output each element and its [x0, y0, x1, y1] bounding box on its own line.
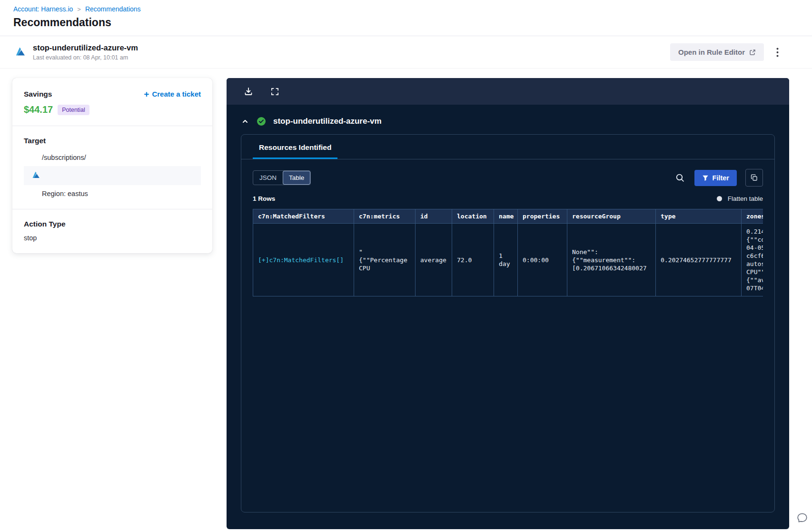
external-link-icon — [749, 49, 756, 56]
cell-name: 1 day — [494, 224, 518, 296]
divider — [12, 209, 212, 209]
action-type-label: Action Type — [24, 220, 201, 228]
savings-value: $44.17 — [24, 104, 53, 115]
tabs-row: Resources Identified — [241, 135, 774, 159]
cell-type: 0.20274652777777777 — [656, 224, 742, 296]
rule-last-evaluated: Last evaluated on: 08 Apr, 10:01 am — [33, 54, 138, 61]
plus-icon: + — [144, 89, 149, 99]
content-area: Savings + Create a ticket $44.17 Potenti… — [0, 69, 812, 529]
column-header-matchedfilters: c7n:MatchedFilters — [253, 209, 354, 224]
column-header-metrics: c7n:metrics — [354, 209, 416, 224]
table-actions: Filter — [674, 169, 763, 187]
resources-card: Resources Identified JSON Table — [241, 134, 775, 512]
section-title: stop-underutilized-azure-vm — [273, 117, 382, 126]
flatten-label: Flatten table — [728, 195, 763, 202]
action-type-value: stop — [24, 234, 201, 242]
tab-resources-identified[interactable]: Resources Identified — [253, 135, 337, 159]
column-header-zones: zones — [742, 209, 763, 224]
column-header-type: type — [656, 209, 742, 224]
filter-label: Filter — [713, 174, 729, 182]
view-toggle-table[interactable]: Table — [283, 171, 310, 185]
rule-menu-button[interactable] — [773, 46, 782, 59]
open-rule-editor-button[interactable]: Open in Rule Editor — [670, 43, 764, 61]
cell-metrics: " {""Percentage CPU — [354, 224, 416, 296]
page-top: Account: Harness.io > Recommendations Re… — [0, 0, 812, 36]
column-header-location: location — [452, 209, 494, 224]
search-button[interactable] — [674, 172, 686, 184]
breadcrumb-separator: > — [77, 6, 81, 13]
results-panel: stop-underutilized-azure-vm Resources Id… — [227, 78, 789, 529]
cell-zones: 0.21423 {""cost 04-05T6 c6cf625 autosto … — [742, 224, 763, 296]
savings-label: Savings — [24, 90, 52, 99]
column-header-properties: properties — [518, 209, 567, 224]
expand-fullscreen-button[interactable] — [269, 86, 280, 97]
page-title: Recommendations — [13, 16, 799, 29]
cell-resourcegroup: None"": {""measurement"": [0.20671066342… — [567, 224, 656, 296]
view-toggle-json[interactable]: JSON — [253, 171, 283, 185]
collapse-section-button[interactable] — [241, 117, 249, 126]
rule-header-left: stop-underutilized-azure-vm Last evaluat… — [13, 43, 138, 61]
breadcrumb: Account: Harness.io > Recommendations — [13, 5, 799, 13]
column-header-resourcegroup: resourceGroup — [567, 209, 656, 224]
rule-title-block: stop-underutilized-azure-vm Last evaluat… — [33, 43, 138, 61]
flatten-toggle[interactable] — [717, 196, 722, 201]
chevron-up-icon — [242, 118, 248, 125]
savings-value-row: $44.17 Potential — [24, 104, 201, 115]
cell-matchedfilters-expander[interactable]: [+]c7n:MatchedFilters[] — [253, 224, 354, 296]
download-button[interactable] — [243, 86, 254, 97]
create-ticket-label: Create a ticket — [152, 90, 201, 98]
kebab-icon — [776, 48, 779, 57]
cell-properties: 0:00:00 — [518, 224, 567, 296]
open-rule-editor-label: Open in Rule Editor — [678, 48, 745, 56]
rule-name: stop-underutilized-azure-vm — [33, 43, 138, 52]
success-check-icon — [257, 117, 266, 126]
table-header-row: c7n:MatchedFilters c7n:metrics id locati… — [253, 209, 763, 224]
view-toggle: JSON Table — [253, 170, 311, 185]
fullscreen-icon — [270, 87, 279, 96]
download-icon — [244, 87, 253, 96]
savings-row: Savings + Create a ticket — [24, 89, 201, 99]
breadcrumb-current-link[interactable]: Recommendations — [85, 5, 141, 13]
rows-count: 1 Rows — [253, 195, 275, 202]
resources-table: c7n:MatchedFilters c7n:metrics id locati… — [253, 209, 763, 296]
target-path: /subscriptions/ — [24, 152, 201, 166]
view-controls-row: JSON Table — [241, 159, 774, 187]
target-block: /subscriptions/ Region: eastus — [24, 152, 201, 198]
filter-button[interactable]: Filter — [694, 170, 737, 186]
table-row: [+]c7n:MatchedFilters[] " {""Percentage … — [253, 224, 763, 296]
target-label: Target — [24, 137, 201, 145]
target-region: Region: eastus — [24, 185, 201, 198]
results-table-wrap: c7n:MatchedFilters c7n:metrics id locati… — [253, 209, 763, 296]
column-header-id: id — [416, 209, 452, 224]
copy-icon — [750, 174, 758, 182]
rows-info-row: 1 Rows Flatten table — [241, 187, 774, 202]
create-ticket-button[interactable]: + Create a ticket — [144, 89, 201, 99]
copy-button[interactable] — [745, 169, 763, 187]
divider — [12, 126, 212, 126]
cell-id: average — [416, 224, 452, 296]
results-toolbar — [227, 78, 789, 105]
breadcrumb-account-link[interactable]: Account: Harness.io — [13, 5, 73, 13]
flatten-control: Flatten table — [717, 195, 763, 202]
column-header-name: name — [494, 209, 518, 224]
potential-badge: Potential — [58, 105, 89, 115]
recommendation-summary-card: Savings + Create a ticket $44.17 Potenti… — [12, 78, 212, 253]
azure-icon — [30, 170, 41, 181]
rule-header: stop-underutilized-azure-vm Last evaluat… — [0, 36, 812, 69]
feedback-button[interactable] — [797, 512, 808, 523]
cell-location: 72.0 — [452, 224, 494, 296]
chat-bubble-icon — [797, 512, 808, 523]
azure-icon — [13, 46, 27, 59]
rule-header-actions: Open in Rule Editor — [670, 43, 782, 61]
filter-icon — [702, 175, 709, 181]
target-resource-row — [24, 166, 201, 185]
resource-section-header: stop-underutilized-azure-vm — [227, 105, 789, 126]
search-icon — [675, 173, 685, 183]
